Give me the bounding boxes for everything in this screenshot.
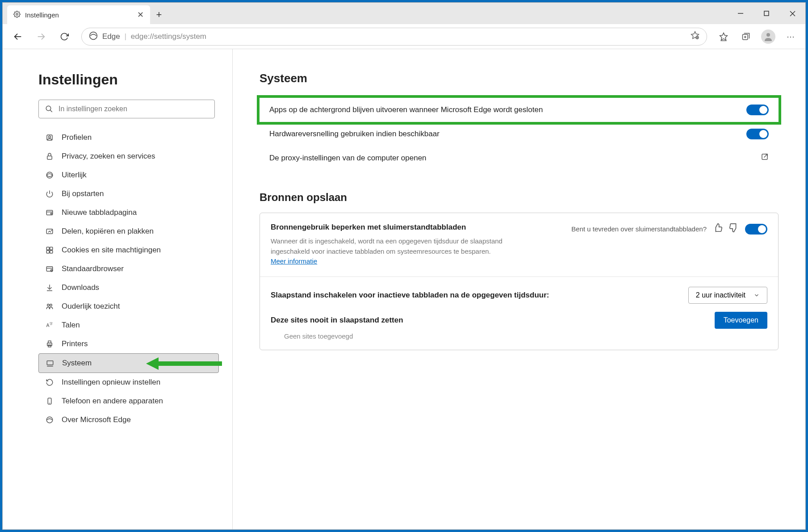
toggle-sleeping-tabs[interactable] xyxy=(745,224,767,235)
svg-marker-48 xyxy=(146,357,159,370)
page-heading: Systeem xyxy=(260,71,779,85)
settings-search[interactable] xyxy=(38,100,215,118)
thumbs-up-icon[interactable] xyxy=(713,223,723,235)
sidebar-item-profiles[interactable]: Profielen xyxy=(38,128,219,147)
language-icon: A字 xyxy=(45,321,54,329)
row-background-apps: Apps op de achtergrond blijven uitvoeren… xyxy=(260,98,779,122)
svg-point-21 xyxy=(49,136,51,138)
sidebar-item-newtab[interactable]: Nieuwe tabbladpagina xyxy=(38,203,219,222)
add-site-button[interactable]: Toevoegen xyxy=(715,312,767,329)
edge-icon xyxy=(89,31,98,42)
phone-icon xyxy=(45,397,54,405)
sidebar-item-startup[interactable]: Bij opstarten xyxy=(38,184,219,203)
refresh-button[interactable] xyxy=(54,27,74,46)
favorite-icon[interactable] xyxy=(691,31,699,42)
favorites-icon[interactable] xyxy=(714,27,733,46)
download-icon xyxy=(45,284,54,292)
tab-title: Instellingen xyxy=(25,11,59,19)
profile-icon xyxy=(45,134,54,142)
toggle-hardware-accel[interactable] xyxy=(746,129,769,139)
svg-text:字: 字 xyxy=(50,322,53,325)
sleep-duration-select[interactable]: 2 uur inactiviteit xyxy=(688,287,767,304)
appearance-icon xyxy=(45,171,54,179)
menu-button[interactable]: ⋯ xyxy=(781,27,800,46)
row-hardware-accel: Hardwareversnelling gebruiken indien bes… xyxy=(260,122,779,146)
sidebar-title: Instellingen xyxy=(38,71,219,88)
thumbs-down-icon[interactable] xyxy=(729,223,739,235)
browser-toolbar: Edge | edge://settings/system ⋯ xyxy=(3,24,805,49)
power-icon xyxy=(45,190,54,198)
profile-avatar[interactable] xyxy=(759,27,778,46)
sidebar-item-about[interactable]: Over Microsoft Edge xyxy=(38,411,219,429)
svg-rect-45 xyxy=(47,361,53,365)
resources-card: Bronnengebruik beperken met sluimerstand… xyxy=(260,213,779,350)
sidebar-item-cookies[interactable]: Cookies en site machtigingen xyxy=(38,241,219,260)
sidebar-item-share[interactable]: Delen, kopiëren en plakken xyxy=(38,222,219,241)
cookies-icon xyxy=(45,246,54,254)
no-sites-text: Geen sites toegevoegd xyxy=(271,329,767,340)
svg-point-23 xyxy=(46,172,53,178)
search-input[interactable] xyxy=(59,105,208,113)
svg-point-27 xyxy=(50,213,52,214)
back-button[interactable] xyxy=(8,27,28,46)
svg-rect-29 xyxy=(46,247,49,250)
svg-rect-22 xyxy=(47,156,52,159)
page-content: Instellingen Profielen Privacy, zoeken e… xyxy=(3,49,805,529)
sidebar-item-system[interactable]: Systeem xyxy=(38,353,219,373)
svg-rect-31 xyxy=(46,251,49,253)
system-icon xyxy=(45,359,55,367)
svg-rect-43 xyxy=(48,341,51,343)
svg-rect-2 xyxy=(764,11,769,16)
feedback-group: Bent u tevreden over sluimerstandtabblad… xyxy=(571,223,767,235)
search-icon xyxy=(45,105,53,113)
collections-icon[interactable] xyxy=(737,27,755,46)
reset-icon xyxy=(45,378,54,386)
svg-text:A: A xyxy=(46,323,50,328)
toggle-background-apps[interactable] xyxy=(746,105,769,115)
sidebar-item-printers[interactable]: Printers xyxy=(38,335,219,353)
edge-about-icon xyxy=(45,416,54,424)
external-link-icon xyxy=(761,153,769,163)
sidebar-item-languages[interactable]: A字Talen xyxy=(38,316,219,335)
resources-heading: Bronnen opslaan xyxy=(260,191,779,204)
sidebar-item-family[interactable]: Ouderlijk toezicht xyxy=(38,297,219,316)
learn-more-link[interactable]: Meer informatie xyxy=(271,257,317,265)
new-tab-button[interactable]: + xyxy=(150,5,168,24)
sidebar-item-downloads[interactable]: Downloads xyxy=(38,278,219,297)
default-browser-icon xyxy=(45,265,54,273)
sleeping-tabs-desc: Wanneer dit is ingeschakeld, wordt na ee… xyxy=(271,236,503,267)
family-icon xyxy=(45,302,54,310)
svg-point-18 xyxy=(46,106,51,111)
svg-line-19 xyxy=(50,110,52,112)
browser-tab[interactable]: Instellingen ✕ xyxy=(7,5,150,24)
close-tab-icon[interactable]: ✕ xyxy=(137,10,144,20)
never-sleep-label: Deze sites nooit in slaapstand zetten xyxy=(271,316,715,325)
svg-point-38 xyxy=(47,304,50,306)
svg-point-39 xyxy=(50,304,52,306)
svg-marker-12 xyxy=(720,33,728,40)
annotation-arrow xyxy=(146,356,226,373)
close-window-button[interactable] xyxy=(779,3,805,24)
sidebar-item-reset[interactable]: Instellingen opnieuw instellen xyxy=(38,373,219,392)
sidebar-item-default[interactable]: Standaardbrowser xyxy=(38,260,219,278)
url-bar[interactable]: Edge | edge://settings/system xyxy=(81,28,707,46)
gear-icon xyxy=(13,11,21,19)
sidebar-item-privacy[interactable]: Privacy, zoeken en services xyxy=(38,147,219,166)
minimize-button[interactable] xyxy=(728,3,754,24)
settings-main: Systeem Apps op de achtergrond blijven u… xyxy=(233,49,805,529)
titlebar: Instellingen ✕ + xyxy=(3,3,805,24)
svg-rect-30 xyxy=(50,247,53,250)
svg-point-17 xyxy=(766,33,770,37)
sidebar-item-devices[interactable]: Telefoon en andere apparaten xyxy=(38,392,219,411)
sidebar-item-appearance[interactable]: Uiterlijk xyxy=(38,166,219,184)
forward-button[interactable] xyxy=(31,27,51,46)
url-site-name: Edge xyxy=(102,32,120,41)
sleeping-tabs-title: Bronnengebruik beperken met sluimerstand… xyxy=(271,223,564,232)
browser-window: Instellingen ✕ + Edge | edge://settings/… xyxy=(2,2,806,530)
window-controls xyxy=(728,3,805,24)
row-proxy-settings[interactable]: De proxy-instellingen van de computer op… xyxy=(260,146,779,170)
lock-icon xyxy=(45,152,54,160)
svg-rect-32 xyxy=(50,251,53,253)
maximize-button[interactable] xyxy=(754,3,779,24)
share-icon xyxy=(45,227,54,235)
